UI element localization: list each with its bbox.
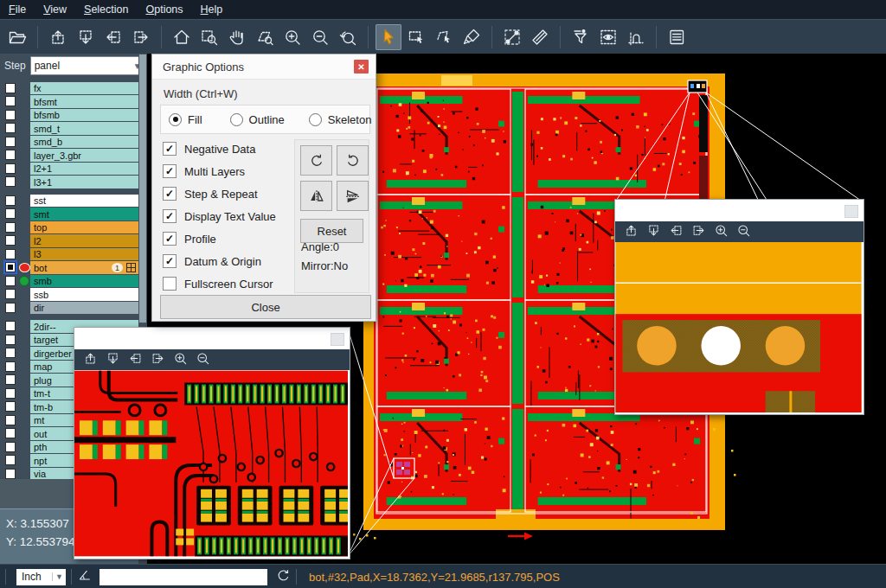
layer-row-smd-b[interactable]: smd_b: [0, 135, 138, 149]
layer-name[interactable]: bfsmb: [30, 109, 138, 122]
layer-row-top[interactable]: top: [0, 220, 138, 234]
pan-up-button[interactable]: [624, 223, 639, 241]
layer-row-smd-t[interactable]: smd_t: [0, 122, 138, 136]
magnifier-titlebar[interactable]: [615, 200, 864, 221]
layer-visibility-checkbox[interactable]: [5, 83, 16, 93]
menu-options[interactable]: Options: [145, 3, 183, 16]
command-input[interactable]: [100, 569, 267, 585]
zoom-in-button[interactable]: [714, 223, 729, 241]
layer-visibility-checkbox[interactable]: [5, 276, 16, 286]
layer-name[interactable]: l3: [30, 248, 138, 261]
pan-down-button[interactable]: [646, 223, 661, 241]
select-cursor-button[interactable]: [376, 24, 401, 50]
layer-visibility-checkbox[interactable]: [5, 455, 16, 465]
measure-ruler-button[interactable]: [527, 24, 553, 50]
layer-visibility-checkbox[interactable]: [5, 262, 16, 272]
grid-icon[interactable]: [126, 263, 136, 272]
layer-row-bfsmt[interactable]: bfsmt: [0, 95, 138, 109]
layers-panel-button[interactable]: [664, 24, 690, 50]
layer-name[interactable]: bot1: [30, 261, 138, 274]
zoom-out-button[interactable]: [736, 223, 751, 241]
layer-row-smb[interactable]: smb: [0, 274, 138, 288]
zoom-out-button[interactable]: [307, 24, 333, 50]
select-polygon-button[interactable]: [431, 24, 457, 50]
snap-button[interactable]: [623, 24, 649, 50]
magnifier-titlebar[interactable]: [74, 328, 350, 349]
layer-visibility-checkbox[interactable]: [5, 321, 16, 331]
layer-visibility-checkbox[interactable]: [5, 335, 16, 345]
rotate-ccw-button[interactable]: [337, 145, 369, 176]
measure-distance-button[interactable]: [499, 24, 525, 50]
pan-right-button[interactable]: [128, 24, 154, 50]
menu-view[interactable]: View: [43, 3, 67, 16]
layer-visibility-checkbox[interactable]: [5, 303, 16, 313]
layer-name[interactable]: sst: [30, 195, 138, 208]
layer-visibility-checkbox[interactable]: [5, 110, 16, 120]
layer-visibility-checkbox[interactable]: [5, 195, 16, 206]
layer-name[interactable]: ssb: [30, 288, 138, 301]
layer-row-bot[interactable]: bot1: [0, 261, 138, 275]
layer-name[interactable]: smt: [30, 208, 138, 220]
layer-row-l3[interactable]: l3: [0, 247, 138, 261]
menu-help[interactable]: Help: [201, 3, 223, 16]
layer-name[interactable]: smd_b: [30, 136, 138, 149]
layer-row-ssb[interactable]: ssb: [0, 288, 138, 302]
menu-file[interactable]: File: [9, 3, 26, 16]
layer-visibility-checkbox[interactable]: [5, 249, 16, 259]
clean-brush-button[interactable]: [459, 24, 485, 50]
layer-visibility-checkbox[interactable]: [5, 348, 16, 358]
zoom-in-button[interactable]: [173, 351, 188, 369]
layer-visibility-checkbox[interactable]: [5, 361, 16, 372]
checkbox-multi-layers[interactable]: ✓Multi Layers: [163, 160, 276, 182]
layer-row-l3-1[interactable]: l3+1: [0, 176, 138, 189]
layer-name[interactable]: top: [30, 221, 138, 234]
layer-visibility-checkbox[interactable]: [5, 222, 16, 233]
layer-visibility-checkbox[interactable]: [5, 96, 16, 106]
layer-visibility-checkbox[interactable]: [5, 208, 16, 219]
layer-name[interactable]: layer_3.gbr: [30, 149, 138, 162]
checkbox-negative-data[interactable]: ✓Negative Data: [163, 137, 276, 160]
checkbox-profile[interactable]: ✓Profile: [163, 227, 276, 250]
layer-visibility-checkbox[interactable]: [5, 374, 16, 385]
select-rectangle-button[interactable]: [403, 24, 429, 50]
layer-visibility-checkbox[interactable]: [5, 401, 16, 412]
layer-visibility-checkbox[interactable]: [5, 289, 16, 299]
layer-row-dir[interactable]: dir: [0, 301, 138, 315]
zoom-out-button[interactable]: [196, 351, 210, 369]
layer-name[interactable]: l2+1: [30, 163, 138, 176]
mirror-horizontal-button[interactable]: [337, 181, 369, 211]
mirror-vertical-button[interactable]: [300, 181, 332, 211]
layer-row-l2[interactable]: l2: [0, 234, 138, 248]
layer-row-bfsmb[interactable]: bfsmb: [0, 108, 138, 122]
layer-row-layer-3-gbr[interactable]: layer_3.gbr: [0, 149, 138, 163]
checkbox-fullscreen-cursor[interactable]: Fullscreen Cursor: [163, 272, 276, 295]
layer-name[interactable]: l2: [30, 234, 138, 247]
pan-right-button[interactable]: [151, 351, 165, 369]
close-button[interactable]: Close: [160, 295, 371, 319]
layer-visibility-checkbox[interactable]: [5, 428, 16, 438]
reset-button[interactable]: Reset: [300, 219, 363, 243]
menu-selection[interactable]: Selection: [84, 3, 128, 16]
view-options-button[interactable]: [595, 24, 621, 50]
layer-name[interactable]: dir: [30, 302, 138, 315]
popup-titlebar-button[interactable]: [331, 333, 344, 346]
scrollbar-thumb[interactable]: [139, 54, 146, 323]
filter-button[interactable]: [568, 24, 594, 50]
zoom-home-button[interactable]: [169, 24, 195, 50]
rotate-cw-button[interactable]: [300, 145, 332, 176]
layer-visibility-checkbox[interactable]: [5, 163, 16, 174]
pan-left-button[interactable]: [128, 351, 143, 369]
pan-down-button[interactable]: [106, 351, 120, 369]
layer-name[interactable]: bfsmt: [30, 95, 138, 108]
pan-up-button[interactable]: [83, 351, 98, 369]
magnifier-window-top-right[interactable]: [614, 199, 864, 415]
angle-tool-icon[interactable]: [77, 567, 93, 586]
layer-visibility-checkbox[interactable]: [5, 176, 16, 187]
magnifier-window-bottom-left[interactable]: [74, 327, 350, 559]
step-select[interactable]: panel ▼: [30, 56, 146, 75]
layer-visibility-checkbox[interactable]: [5, 150, 16, 160]
layer-visibility-checkbox[interactable]: [5, 123, 16, 133]
layer-row-l2-1[interactable]: l2+1: [0, 162, 138, 176]
pan-hand-button[interactable]: [224, 24, 250, 50]
dialog-close-button[interactable]: ✕: [354, 60, 369, 74]
